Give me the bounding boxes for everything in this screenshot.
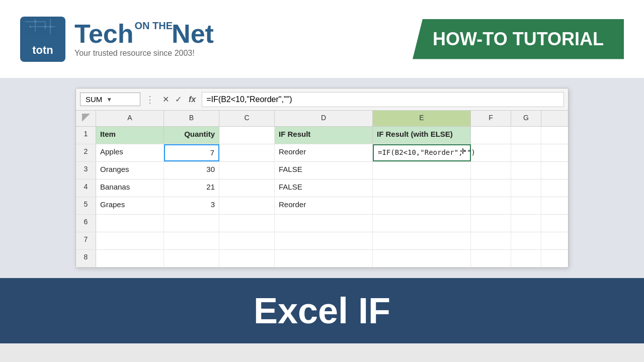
table-row: 4 Bananas 21 FALSE xyxy=(76,179,568,197)
cell-b7[interactable] xyxy=(164,232,219,249)
cell-a1[interactable]: Item xyxy=(96,127,164,144)
logo-box: totn xyxy=(20,17,65,62)
cell-d4[interactable]: FALSE xyxy=(275,179,373,197)
cell-d3[interactable]: FALSE xyxy=(275,162,373,179)
row-num-2: 2 xyxy=(76,144,96,161)
formula-icons: ✕ ✓ xyxy=(159,95,185,104)
row-num-4: 4 xyxy=(76,179,96,197)
row-num-7: 7 xyxy=(76,232,96,249)
cell-d7[interactable] xyxy=(275,232,373,249)
cell-a3[interactable]: Oranges xyxy=(96,162,164,179)
cell-f8[interactable] xyxy=(471,250,511,267)
cell-b4[interactable]: 21 xyxy=(164,179,219,197)
col-header-c[interactable]: C xyxy=(219,111,275,126)
cell-c3[interactable] xyxy=(219,162,275,179)
name-box-dropdown-icon[interactable]: ▼ xyxy=(106,96,112,103)
main-content: SUM ▼ ⋮ ✕ ✓ fx =IF(B2<10,"Reorder","") A… xyxy=(0,78,644,278)
cancel-icon[interactable]: ✕ xyxy=(163,95,169,104)
cell-d2[interactable]: Reorder xyxy=(275,144,373,161)
row-num-5: 5 xyxy=(76,197,96,214)
svg-marker-9 xyxy=(82,114,90,122)
cell-f7[interactable] xyxy=(471,232,511,249)
col-header-b[interactable]: B xyxy=(164,111,219,126)
cell-b5[interactable]: 3 xyxy=(164,197,219,214)
col-header-f[interactable]: F xyxy=(471,111,511,126)
cell-c7[interactable] xyxy=(219,232,275,249)
col-header-e[interactable]: E xyxy=(373,111,471,126)
cell-f3[interactable] xyxy=(471,162,511,179)
col-header-a[interactable]: A xyxy=(96,111,164,126)
cell-f2[interactable] xyxy=(471,144,511,161)
cell-g8[interactable] xyxy=(511,250,541,267)
cell-e5[interactable] xyxy=(373,197,471,214)
logo-text: totn xyxy=(20,44,65,57)
cell-a8[interactable] xyxy=(96,250,164,267)
cell-d1[interactable]: IF Result xyxy=(275,127,373,144)
col-header-g[interactable]: G xyxy=(511,111,541,126)
cell-d8[interactable] xyxy=(275,250,373,267)
confirm-icon[interactable]: ✓ xyxy=(175,95,182,104)
cell-e2[interactable]: =IF(B2<10,"Reorder","") ✛ xyxy=(373,144,471,161)
table-row: 6 xyxy=(76,215,568,232)
cell-b2[interactable]: 7 xyxy=(164,144,219,161)
tutorial-banner: HOW-TO TUTORIAL xyxy=(413,19,624,59)
column-headers: A B C D E F G xyxy=(76,111,568,127)
cell-a6[interactable] xyxy=(96,215,164,232)
fx-label: fx xyxy=(189,95,196,104)
svg-point-6 xyxy=(44,25,47,28)
cell-c4[interactable] xyxy=(219,179,275,197)
formula-input[interactable]: =IF(B2<10,"Reorder","") xyxy=(202,92,564,107)
name-box-value: SUM xyxy=(86,95,102,104)
cell-c8[interactable] xyxy=(219,250,275,267)
cell-b8[interactable] xyxy=(164,250,219,267)
table-row: 2 Apples 7 Reorder =IF(B2<10,"Reorder","… xyxy=(76,144,568,162)
name-box[interactable]: SUM ▼ xyxy=(80,93,140,106)
row-num-6: 6 xyxy=(76,215,96,232)
brand-name: TechON THENet xyxy=(74,21,214,47)
cell-c2[interactable] xyxy=(219,144,275,161)
cell-g5[interactable] xyxy=(511,197,541,214)
cell-d5[interactable]: Reorder xyxy=(275,197,373,214)
brand-tagline: Your trusted resource since 2003! xyxy=(74,49,214,58)
cell-g4[interactable] xyxy=(511,179,541,197)
cell-f6[interactable] xyxy=(471,215,511,232)
cell-e3[interactable] xyxy=(373,162,471,179)
cell-b1[interactable]: Quantity xyxy=(164,127,219,144)
row-num-1: 1 xyxy=(76,127,96,144)
table-row: 5 Grapes 3 Reorder xyxy=(76,197,568,215)
table-row: 3 Oranges 30 FALSE xyxy=(76,162,568,179)
cell-d6[interactable] xyxy=(275,215,373,232)
table-row: 8 xyxy=(76,250,568,267)
bottom-title: Excel IF xyxy=(254,290,390,331)
cell-g6[interactable] xyxy=(511,215,541,232)
cell-e1[interactable]: IF Result (with ELSE) xyxy=(373,127,471,144)
logo-area: totn TechON THENet Your trusted resource… xyxy=(20,17,214,62)
cell-a5[interactable]: Grapes xyxy=(96,197,164,214)
cell-c5[interactable] xyxy=(219,197,275,214)
cell-e7[interactable] xyxy=(373,232,471,249)
cell-b3[interactable]: 30 xyxy=(164,162,219,179)
cell-c1[interactable] xyxy=(219,127,275,144)
cell-b6[interactable] xyxy=(164,215,219,232)
cell-a4[interactable]: Bananas xyxy=(96,179,164,197)
cell-f5[interactable] xyxy=(471,197,511,214)
cell-f4[interactable] xyxy=(471,179,511,197)
page-header: totn TechON THENet Your trusted resource… xyxy=(0,0,644,78)
cell-g7[interactable] xyxy=(511,232,541,249)
col-header-d[interactable]: D xyxy=(275,111,373,126)
cell-c6[interactable] xyxy=(219,215,275,232)
cell-g1[interactable] xyxy=(511,127,541,144)
cell-g3[interactable] xyxy=(511,162,541,179)
cell-a7[interactable] xyxy=(96,232,164,249)
brand-text: TechON THENet Your trusted resource sinc… xyxy=(74,21,214,58)
svg-point-5 xyxy=(34,20,37,23)
cell-g2[interactable] xyxy=(511,144,541,161)
cell-e8[interactable] xyxy=(373,250,471,267)
row-num-3: 3 xyxy=(76,162,96,179)
cell-f1[interactable] xyxy=(471,127,511,144)
cell-e6[interactable] xyxy=(373,215,471,232)
row-num-8: 8 xyxy=(76,250,96,267)
cell-e4[interactable] xyxy=(373,179,471,197)
bottom-banner: Excel IF xyxy=(0,278,644,343)
cell-a2[interactable]: Apples xyxy=(96,144,164,161)
